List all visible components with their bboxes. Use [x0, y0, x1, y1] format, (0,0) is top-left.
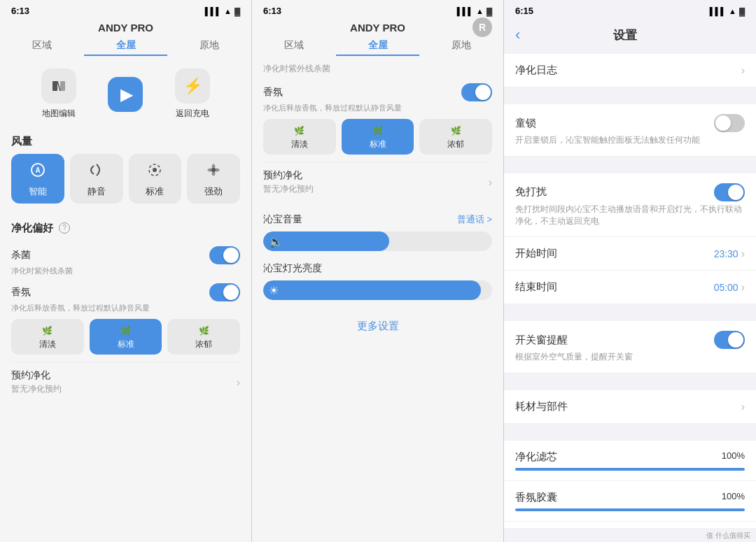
window-header: 开关窗提醒 [515, 331, 745, 349]
frag-light[interactable]: 🌿 清淡 [11, 319, 84, 355]
dnd-header: 免打扰 [515, 183, 745, 201]
settings-row-maintenance[interactable]: 部件保养 [504, 522, 756, 528]
window-desc: 根据室外空气质量，提醒开关窗 [515, 351, 633, 363]
fragrance-toggle[interactable] [209, 283, 240, 301]
settings-row-filter: 净化滤芯 100% [504, 441, 756, 481]
svg-rect-0 [52, 81, 57, 91]
fragrance-section-2: 香氛 净化后释放香氛，释放过程默认静音风量 🌿 清淡 🌿 标准 🌿 浓郁 [263, 83, 492, 155]
fan-strong[interactable]: 强劲 [187, 154, 240, 204]
sterilize-row: 杀菌 [11, 246, 240, 264]
tab-whole-2[interactable]: 全屋 [336, 36, 420, 56]
panel-3-settings: 6:15 ▌▌▌ ▲ ▓ ‹ 设置 净化日志 › 童锁 开启童锁 [504, 0, 756, 542]
frag-standard-2[interactable]: 🌿 标准 [342, 119, 414, 155]
charge-icon: ⚡ [175, 69, 210, 104]
capsule-header: 香氛胶囊 100% [515, 491, 745, 504]
childlock-desc: 开启童锁后，沁宝智能触控面板无法触发任何功能 [515, 134, 700, 146]
schedule-info-1: 预约净化 暂无净化预约 [11, 369, 62, 395]
status-bar-1: 6:13 ▌▌▌ ▲ ▓ [0, 0, 251, 19]
back-button[interactable]: ‹ [515, 26, 520, 44]
charge-btn[interactable]: ⚡ 返回充电 [175, 69, 210, 120]
settings-header: ‹ 设置 [504, 19, 756, 48]
header-avatar-2[interactable]: R [472, 17, 492, 37]
sep-4 [504, 379, 756, 390]
settings-row-window: 开关窗提醒 根据室外空气质量，提醒开关窗 [504, 321, 756, 373]
dnd-toggle[interactable] [714, 183, 745, 201]
fan-quiet[interactable]: 静音 [70, 154, 123, 204]
tab-zone-2[interactable]: 区域 [252, 36, 336, 56]
fragrance-row-2: 香氛 [263, 83, 492, 101]
battery-icon-2: ▓ [486, 7, 492, 15]
app-title-1: ANDY PRO [98, 22, 153, 34]
frag-strong-label: 浓郁 [195, 338, 212, 350]
volume-label: 沁宝音量 [263, 213, 302, 226]
app-title-2: ANDY PRO [350, 22, 405, 34]
frag-light-2[interactable]: 🌿 清淡 [263, 119, 336, 155]
tab-zone-1[interactable]: 区域 [0, 36, 84, 56]
frag-strong[interactable]: 🌿 浓郁 [167, 319, 240, 355]
capsule-label: 香氛胶囊 [515, 491, 557, 504]
brightness-icon: ☀ [269, 284, 279, 297]
tab-spot-1[interactable]: 原地 [167, 36, 251, 56]
status-icons-1: ▌▌▌ ▲ ▓ [205, 7, 240, 15]
tab-spot-2[interactable]: 原地 [419, 36, 503, 56]
status-time-1: 6:13 [11, 6, 29, 16]
volume-section: 沁宝音量 普通话 > 🔈 [263, 213, 492, 251]
header-2: ANDY PRO R [252, 19, 503, 35]
svg-point-5 [153, 168, 157, 172]
sterilize-item: 杀菌 净化时紫外线杀菌 [11, 246, 240, 276]
childlock-toggle[interactable] [714, 114, 745, 132]
fragrance-row: 香氛 [11, 283, 240, 301]
settings-row-end-time[interactable]: 结束时间 05:00 › [504, 271, 756, 304]
header-1: ANDY PRO [0, 19, 251, 35]
schedule-chevron-2: › [489, 176, 492, 189]
play-btn[interactable]: ▶ [108, 77, 143, 112]
childlock-header: 童锁 [515, 114, 745, 132]
status-bar-3: 6:15 ▌▌▌ ▲ ▓ [504, 0, 756, 19]
map-icon [41, 69, 76, 104]
brightness-slider[interactable]: ☀ [263, 280, 492, 300]
scroll-content-1: 地图编辑 ▶ ⚡ 返回充电 风量 [0, 60, 251, 542]
brightness-label: 沁宝灯光亮度 [263, 262, 492, 275]
settings-row-log[interactable]: 净化日志 › [504, 54, 756, 87]
schedule-row-1[interactable]: 预约净化 暂无净化预约 › [11, 362, 240, 402]
settings-list: 净化日志 › 童锁 开启童锁后，沁宝智能触控面板无法触发任何功能 免打扰 [504, 48, 756, 528]
fragrance-desc-2: 净化后释放香氛，释放过程默认静音风量 [263, 103, 492, 113]
end-time-val: 05:00 [714, 282, 738, 293]
status-time-2: 6:13 [263, 6, 281, 16]
charge-label: 返回充电 [176, 108, 209, 120]
tab-whole-1[interactable]: 全屋 [84, 36, 168, 56]
window-label: 开关窗提醒 [515, 334, 568, 347]
schedule-row-2[interactable]: 预约净化 暂无净化预约 › [263, 162, 492, 202]
frag-standard-icon: 🌿 [120, 326, 131, 336]
frag-standard-label-2: 标准 [370, 138, 386, 150]
sep-3 [504, 310, 756, 321]
fan-quiet-icon [89, 162, 104, 181]
volume-link[interactable]: 普通话 > [457, 213, 492, 226]
consumables-chevron: › [741, 401, 745, 413]
battery-icon-3: ▓ [739, 7, 745, 15]
end-time-chevron: › [741, 281, 745, 294]
settings-row-start-time[interactable]: 开始时间 23:30 › [504, 237, 756, 271]
fan-standard-label: 标准 [146, 185, 164, 198]
map-label: 地图编辑 [42, 108, 76, 120]
fan-strong-label: 强劲 [204, 185, 223, 198]
schedule-chevron-1: › [237, 376, 240, 389]
fragrance-desc: 净化后释放香氛，释放过程默认静音风量 [11, 303, 240, 313]
settings-row-consumables[interactable]: 耗材与部件 › [504, 390, 756, 424]
fragrance-toggle-2[interactable] [461, 83, 492, 101]
status-icons-2: ▌▌▌ ▲ ▓ [457, 7, 492, 15]
frag-strong-2[interactable]: 🌿 浓郁 [419, 119, 492, 155]
window-toggle[interactable] [714, 331, 745, 349]
fan-smart[interactable]: A 智能 [11, 154, 64, 204]
settings-section-window: 开关窗提醒 根据室外空气质量，提醒开关窗 [504, 321, 756, 373]
more-settings-btn[interactable]: 更多设置 [263, 311, 492, 341]
frag-standard[interactable]: 🌿 标准 [90, 319, 162, 355]
signal-icon-2: ▌▌▌ [457, 7, 473, 15]
sep-5 [504, 429, 756, 441]
volume-slider[interactable]: 🔈 [263, 231, 492, 251]
fan-quiet-label: 静音 [88, 185, 106, 198]
fan-standard[interactable]: 标准 [129, 154, 182, 204]
sterilize-toggle[interactable] [209, 246, 240, 264]
frag-standard-icon-2: 🌿 [372, 126, 383, 136]
map-edit-btn[interactable]: 地图编辑 [41, 69, 76, 120]
